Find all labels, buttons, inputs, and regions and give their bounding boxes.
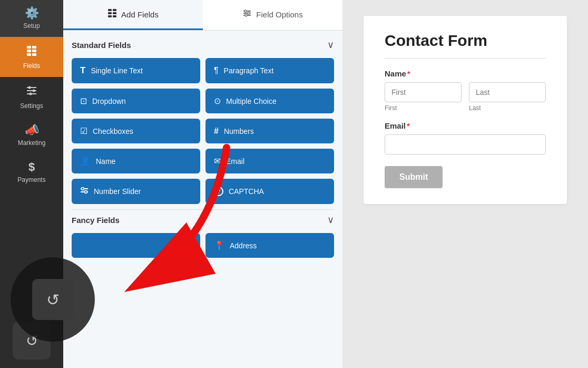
form-card: Contact Form Name* First Last: [364, 16, 567, 204]
history-icon: ↺: [26, 332, 38, 350]
fancy-fields-grid: 📍 Address: [72, 233, 334, 258]
sidebar-label-settings: Settings: [20, 102, 43, 110]
field-btn-address-label: Address: [230, 241, 257, 250]
field-btn-dropdown-label: Dropdown: [92, 97, 126, 105]
fancy-fields-title: Fancy Fields: [72, 216, 120, 225]
field-btn-dropdown[interactable]: ⊡ Dropdown: [72, 89, 200, 113]
single-line-text-icon: T: [80, 65, 85, 76]
middle-panel: Add Fields Field Options Standard Fields…: [63, 0, 342, 368]
name-row: First Last: [385, 82, 546, 112]
form-divider: [385, 58, 546, 59]
form-group-name: Name* First Last: [385, 69, 546, 112]
sidebar-item-setup[interactable]: ⚙️ Setup: [0, 0, 63, 37]
svg-rect-5: [32, 53, 36, 56]
svg-point-10: [33, 90, 35, 92]
tab-add-fields-label: Add Fields: [121, 10, 159, 19]
svg-point-21: [244, 10, 247, 12]
history-button[interactable]: ↺: [13, 322, 51, 360]
svg-rect-16: [108, 15, 112, 17]
sidebar-bottom: ↺: [0, 313, 63, 368]
field-btn-number-slider-label: Number Slider: [94, 187, 141, 196]
standard-fields-grid: T Single Line Text ¶ Paragraph Text ⊡ Dr…: [72, 58, 334, 204]
sidebar-label-setup: Setup: [23, 22, 40, 30]
sidebar-item-settings[interactable]: Settings: [0, 77, 63, 117]
fields-icon: [25, 44, 38, 59]
gear-icon: ⚙️: [25, 7, 39, 19]
svg-rect-0: [27, 46, 31, 49]
email-input[interactable]: [385, 134, 546, 154]
field-options-tab-icon: [242, 8, 252, 20]
field-btn-name-label: Name: [96, 157, 115, 166]
add-fields-tab-icon: [107, 8, 117, 20]
svg-rect-4: [27, 53, 31, 56]
standard-fields-chevron[interactable]: ∨: [327, 39, 334, 51]
payments-icon: $: [28, 161, 35, 173]
sidebar-item-marketing[interactable]: 📣 Marketing: [0, 117, 63, 154]
sidebar-item-payments[interactable]: $ Payments: [0, 154, 63, 191]
tab-field-options[interactable]: Field Options: [203, 0, 342, 30]
captcha-icon: ?: [214, 187, 223, 196]
standard-fields-header: Standard Fields ∨: [72, 39, 334, 51]
submit-button[interactable]: Submit: [385, 166, 443, 188]
email-icon: ✉: [214, 156, 221, 166]
sidebar: ⚙️ Setup Fields Settings 📣 Marketing $ P…: [0, 0, 63, 368]
tab-field-options-label: Field Options: [256, 10, 302, 19]
field-btn-email[interactable]: ✉ Email: [205, 149, 334, 173]
svg-rect-2: [27, 50, 31, 52]
svg-rect-17: [113, 15, 116, 17]
field-btn-multiple-choice[interactable]: ⊙ Multiple Choice: [205, 89, 334, 113]
tab-add-fields[interactable]: Add Fields: [63, 0, 203, 30]
svg-point-23: [245, 14, 247, 16]
field-btn-fancy-1[interactable]: [72, 233, 200, 258]
svg-rect-1: [32, 46, 36, 49]
field-btn-number-slider[interactable]: Number Slider: [72, 179, 200, 204]
first-sub-label: First: [385, 104, 462, 112]
svg-rect-15: [113, 12, 116, 14]
panel-body: Standard Fields ∨ T Single Line Text ¶ P…: [63, 31, 342, 368]
last-name-input[interactable]: [469, 82, 546, 102]
svg-point-27: [85, 191, 87, 193]
form-group-email: Email*: [385, 121, 546, 154]
right-panel: Contact Form Name* First Last: [342, 0, 588, 368]
field-btn-multiple-choice-label: Multiple Choice: [226, 97, 277, 105]
fancy-fields-header: Fancy Fields ∨: [72, 209, 334, 226]
svg-point-26: [82, 188, 84, 190]
field-btn-numbers-label: Numbers: [224, 127, 254, 135]
field-btn-captcha-label: CAPTCHA: [229, 187, 264, 196]
field-btn-numbers[interactable]: # Numbers: [205, 119, 334, 143]
number-slider-icon: [80, 186, 89, 197]
first-name-input[interactable]: [385, 82, 462, 102]
address-icon: 📍: [214, 240, 224, 250]
svg-rect-14: [108, 12, 112, 14]
email-label: Email*: [385, 121, 546, 130]
svg-point-11: [30, 93, 32, 95]
sidebar-label-payments: Payments: [17, 176, 45, 183]
field-btn-captcha[interactable]: ? CAPTCHA: [205, 179, 334, 204]
field-btn-paragraph-text[interactable]: ¶ Paragraph Text: [205, 58, 334, 83]
field-btn-name[interactable]: 👤 Name: [72, 149, 200, 173]
svg-point-22: [248, 12, 250, 14]
numbers-icon: #: [214, 127, 219, 136]
field-btn-address[interactable]: 📍 Address: [205, 233, 334, 258]
last-sub-label: Last: [469, 104, 546, 112]
field-btn-paragraph-text-label: Paragraph Text: [224, 66, 274, 75]
last-name-field: Last: [469, 82, 546, 112]
paragraph-text-icon: ¶: [214, 66, 219, 75]
field-btn-checkboxes[interactable]: ☑ Checkboxes: [72, 119, 200, 143]
sidebar-label-fields: Fields: [23, 62, 40, 70]
fancy-fields-section: Fancy Fields ∨ 📍 Address: [72, 209, 334, 258]
name-icon: 👤: [80, 156, 91, 166]
fancy-fields-chevron[interactable]: ∨: [327, 214, 334, 226]
standard-fields-title: Standard Fields: [72, 41, 131, 50]
svg-point-9: [28, 86, 31, 89]
svg-rect-13: [113, 9, 116, 11]
field-btn-email-label: Email: [226, 157, 244, 166]
field-btn-single-line-text-label: Single Line Text: [91, 66, 143, 75]
dropdown-icon: ⊡: [80, 96, 87, 106]
sidebar-item-fields[interactable]: Fields: [0, 37, 63, 77]
multiple-choice-icon: ⊙: [214, 96, 221, 106]
field-btn-checkboxes-label: Checkboxes: [93, 127, 133, 135]
settings-icon: [25, 84, 38, 99]
field-btn-single-line-text[interactable]: T Single Line Text: [72, 58, 200, 83]
first-name-field: First: [385, 82, 462, 112]
